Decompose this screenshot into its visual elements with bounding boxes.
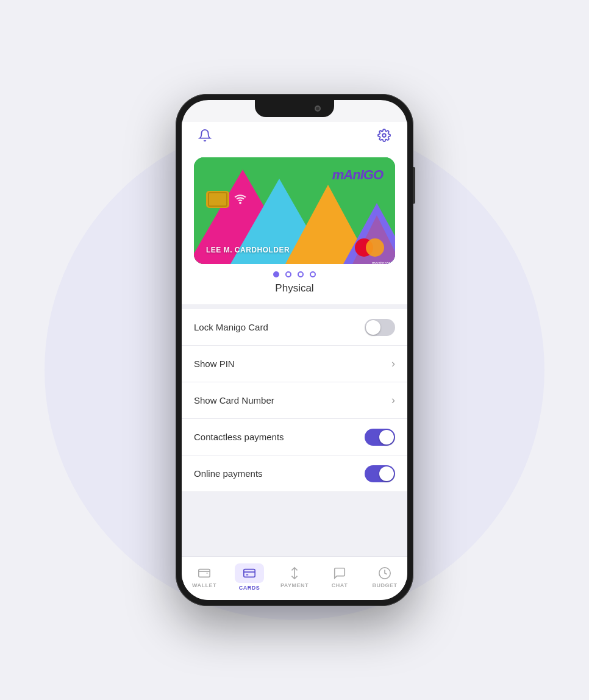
online-toggle-container <box>365 465 395 482</box>
notification-button[interactable] <box>196 127 213 144</box>
wallet-icon <box>197 566 212 580</box>
card-chip-icon <box>206 191 229 208</box>
show-card-number-item[interactable]: Show Card Number › <box>182 382 407 419</box>
card-brand-logo: mAnIGO <box>332 167 383 183</box>
nav-chat-label: CHAT <box>332 582 348 588</box>
show-card-number-chevron-container: › <box>391 394 395 407</box>
camera <box>315 105 321 112</box>
contactless-payments-item[interactable]: Contactless payments <box>182 419 407 455</box>
show-pin-label: Show PIN <box>194 359 235 369</box>
nav-item-budget[interactable]: BUDGET <box>362 557 407 598</box>
credit-card[interactable]: mAnIGO LEE M. CARDHOLDER <box>194 157 395 264</box>
lock-card-toggle-container <box>365 319 395 336</box>
dot-3[interactable] <box>298 271 304 277</box>
show-pin-chevron-icon: › <box>391 357 395 370</box>
card-holder-name: LEE M. CARDHOLDER <box>206 246 290 254</box>
contactless-toggle[interactable] <box>365 429 395 446</box>
app-header <box>182 122 407 151</box>
online-payments-toggle[interactable] <box>365 465 395 482</box>
bottom-navigation: WALLET CARDS <box>182 556 407 600</box>
card-pagination-dots <box>273 271 316 277</box>
lock-card-label: Lock Manigo Card <box>194 322 268 332</box>
lock-card-item[interactable]: Lock Manigo Card <box>182 309 407 346</box>
card-type-label: Physical <box>275 282 313 295</box>
show-pin-chevron-container: › <box>391 357 395 370</box>
contactless-toggle-container <box>365 429 395 446</box>
contactless-payments-label: Contactless payments <box>194 432 284 442</box>
svg-rect-2 <box>199 570 210 577</box>
dot-2[interactable] <box>285 271 291 277</box>
chat-icon <box>332 566 347 580</box>
nav-item-cards[interactable]: CARDS <box>227 557 272 598</box>
nav-budget-label: BUDGET <box>373 582 398 588</box>
dot-1[interactable] <box>273 271 279 277</box>
cards-icon-bg <box>235 563 264 583</box>
nav-cards-label: CARDS <box>239 585 260 591</box>
svg-rect-3 <box>244 570 255 577</box>
contactless-toggle-knob <box>379 430 394 445</box>
svg-point-1 <box>240 202 241 204</box>
phone-screen: mAnIGO LEE M. CARDHOLDER <box>182 100 407 600</box>
budget-icon <box>377 566 392 580</box>
card-settings-list: Lock Manigo Card Show PIN › <box>182 309 407 556</box>
phone-frame: mAnIGO LEE M. CARDHOLDER <box>176 94 413 606</box>
dot-4[interactable] <box>310 271 316 277</box>
payment-icon <box>287 566 302 580</box>
svg-point-0 <box>382 134 386 137</box>
online-payments-label: Online payments <box>194 468 263 479</box>
nav-item-wallet[interactable]: WALLET <box>182 557 227 598</box>
show-pin-item[interactable]: Show PIN › <box>182 346 407 382</box>
nav-payment-label: PAYMENT <box>280 582 309 588</box>
show-card-number-chevron-icon: › <box>391 394 395 407</box>
cards-icon <box>242 566 257 580</box>
show-card-number-label: Show Card Number <box>194 395 274 405</box>
phone-notch <box>255 100 334 117</box>
card-area: mAnIGO LEE M. CARDHOLDER <box>182 151 407 304</box>
nav-item-payment[interactable]: PAYMENT <box>272 557 317 598</box>
nav-wallet-label: WALLET <box>192 582 216 588</box>
online-payments-toggle-knob <box>379 466 394 481</box>
screen-content: mAnIGO LEE M. CARDHOLDER <box>182 100 407 600</box>
nav-item-chat[interactable]: CHAT <box>317 557 362 598</box>
lock-card-toggle[interactable] <box>365 319 395 336</box>
online-payments-item[interactable]: Online payments <box>182 455 407 492</box>
lock-card-toggle-knob <box>366 320 380 335</box>
card-nfc-icon <box>234 193 246 208</box>
settings-button[interactable] <box>376 127 393 144</box>
mastercard-logo <box>355 238 384 257</box>
mastercard-text: mastercard <box>372 261 395 264</box>
separator-1 <box>182 304 407 309</box>
